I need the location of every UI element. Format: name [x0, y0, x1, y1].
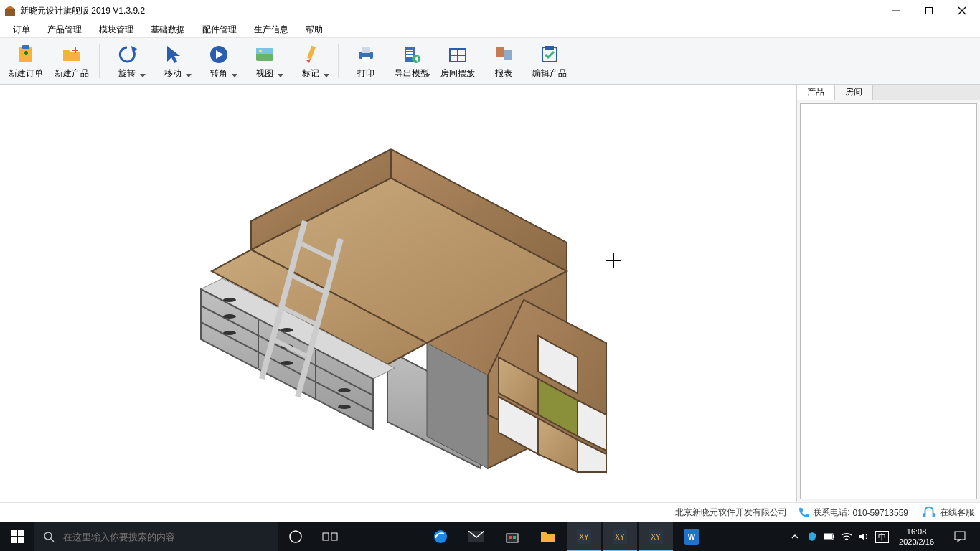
tray-clock[interactable]: 16:08 2020/2/16 — [895, 527, 938, 547]
system-tray: 中 16:08 2020/2/16 — [785, 522, 980, 551]
viewport-3d[interactable] — [0, 85, 796, 502]
svg-rect-98 — [955, 532, 965, 540]
phone-icon — [797, 507, 810, 519]
tool-new-order[interactable]: 新建订单 — [3, 39, 49, 83]
clock-time: 16:08 — [907, 527, 927, 537]
corner-arrow-icon — [207, 43, 230, 66]
menubar: 订单 产品管理 模块管理 基础数据 配件管理 生产信息 帮助 — [0, 22, 980, 37]
svg-rect-19 — [307, 45, 316, 59]
tool-report[interactable]: 报表 — [481, 39, 527, 83]
window-titlebar: 新晓元设计旗舰版 2019 V1.3.9.2 — [0, 0, 980, 22]
tool-label: 新建产品 — [55, 67, 89, 80]
menu-module-mgmt[interactable]: 模块管理 — [90, 22, 142, 37]
taskbar-app2[interactable]: XY — [603, 522, 637, 551]
toolbar-separator — [99, 44, 100, 78]
svg-rect-26 — [406, 52, 413, 54]
contact-phone: 010-59713559 — [853, 508, 908, 518]
side-panel: 产品 房间 — [796, 85, 980, 502]
taskbar-app3[interactable]: XY — [639, 522, 673, 551]
dropdown-icon — [324, 74, 329, 77]
svg-point-51 — [223, 314, 236, 319]
tab-room[interactable]: 房间 — [835, 85, 873, 100]
svg-point-57 — [338, 405, 351, 409]
menu-help[interactable]: 帮助 — [297, 22, 331, 37]
app-icon — [4, 5, 16, 17]
tool-label: 旋转 — [118, 67, 136, 80]
svg-point-56 — [338, 388, 351, 392]
minimize-button[interactable] — [880, 0, 913, 22]
tool-label: 移动 — [164, 67, 182, 80]
taskbar-explorer[interactable] — [531, 522, 565, 551]
main-area: 产品 房间 — [0, 85, 980, 502]
side-panel-body[interactable] — [800, 103, 977, 499]
menu-order[interactable]: 订单 — [4, 22, 39, 37]
svg-rect-3 — [926, 8, 933, 14]
search-input[interactable] — [63, 532, 278, 542]
tray-battery-icon[interactable] — [824, 531, 835, 542]
tool-label: 房间摆放 — [440, 67, 475, 80]
tool-label: 编辑产品 — [532, 67, 567, 80]
dropdown-icon — [186, 74, 192, 77]
menu-parts-mgmt[interactable]: 配件管理 — [194, 22, 245, 37]
room-icon — [446, 43, 469, 66]
printer-icon — [354, 43, 377, 66]
svg-rect-83 — [507, 534, 518, 542]
svg-point-76 — [44, 532, 52, 540]
svg-rect-7 — [22, 45, 29, 49]
taskbar-mail[interactable] — [459, 522, 494, 551]
company-label: 北京新晓元软件开发有限公司 — [675, 507, 787, 519]
maximize-button[interactable] — [913, 0, 946, 22]
taskbar: XY XY XY W 中 16:08 2020/2/16 — [0, 522, 980, 551]
tool-label: 报表 — [495, 67, 512, 80]
tool-corner[interactable]: 转角 — [196, 39, 242, 83]
tray-ime[interactable]: 中 — [875, 531, 889, 543]
taskbar-store[interactable] — [495, 522, 529, 551]
tool-label: 视图 — [256, 67, 273, 80]
svg-text:XY: XY — [651, 533, 661, 541]
tool-export-model[interactable]: 导出模型 — [389, 39, 435, 83]
menu-prod-info[interactable]: 生产信息 — [245, 22, 297, 37]
svg-rect-22 — [362, 47, 370, 53]
svg-point-18 — [259, 50, 262, 52]
start-button[interactable] — [0, 522, 34, 551]
svg-marker-13 — [167, 46, 180, 63]
svg-rect-72 — [11, 530, 17, 536]
svg-rect-85 — [513, 536, 516, 539]
task-view-button[interactable] — [313, 522, 347, 551]
svg-marker-1 — [5, 6, 15, 9]
cortana-button[interactable] — [278, 522, 313, 551]
svg-marker-99 — [958, 540, 961, 542]
dropdown-icon — [425, 74, 430, 77]
tool-room-layout[interactable]: 房间摆放 — [435, 39, 481, 83]
tab-product[interactable]: 产品 — [797, 85, 835, 100]
tool-print[interactable]: 打印 — [343, 39, 389, 83]
svg-rect-9 — [25, 51, 27, 55]
taskbar-search[interactable] — [34, 522, 278, 551]
tray-wifi-icon[interactable] — [841, 531, 852, 542]
svg-rect-23 — [362, 57, 370, 62]
menu-product-mgmt[interactable]: 产品管理 — [39, 22, 90, 37]
window-title: 新晓元设计旗舰版 2019 V1.3.9.2 — [20, 5, 145, 17]
tool-rotate[interactable]: 旋转 — [104, 39, 150, 83]
tray-shield-icon[interactable] — [806, 531, 818, 542]
pencil-icon — [299, 43, 322, 66]
svg-rect-95 — [833, 535, 834, 538]
contact-label: 联系电话: — [813, 507, 849, 519]
tool-edit-product[interactable]: 编辑产品 — [527, 39, 573, 83]
taskbar-app1[interactable]: XY — [567, 522, 601, 551]
menu-base-data[interactable]: 基础数据 — [142, 22, 194, 37]
tool-mark[interactable]: 标记 — [288, 39, 334, 83]
close-button[interactable] — [946, 0, 979, 22]
tool-new-product[interactable]: 新建产品 — [49, 39, 95, 83]
tray-chevron-icon[interactable] — [789, 531, 801, 542]
dropdown-icon — [278, 74, 283, 77]
online-service-label[interactable]: 在线客服 — [940, 507, 974, 519]
customer-service-icon[interactable] — [921, 505, 937, 521]
tool-move[interactable]: 移动 — [150, 39, 196, 83]
svg-marker-20 — [306, 59, 311, 63]
tray-volume-icon[interactable] — [858, 531, 870, 542]
taskbar-edge[interactable] — [423, 522, 458, 551]
taskbar-wps[interactable]: W — [674, 522, 709, 551]
tool-view[interactable]: 视图 — [242, 39, 288, 83]
tray-notifications[interactable] — [944, 522, 976, 551]
